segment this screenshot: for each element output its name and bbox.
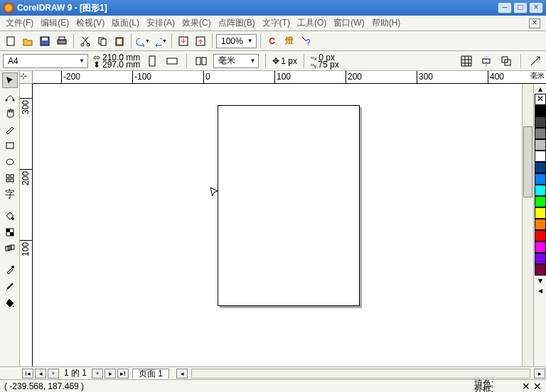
snap-guides-button[interactable] <box>478 53 494 69</box>
color-swatch[interactable] <box>535 162 546 173</box>
menu-effects[interactable]: 效果(C) <box>182 17 211 29</box>
color-swatch[interactable] <box>535 185 546 196</box>
print-button[interactable] <box>54 33 70 49</box>
new-button[interactable] <box>3 33 18 49</box>
import-button[interactable] <box>176 33 191 49</box>
svg-point-42 <box>11 266 14 268</box>
page-tab[interactable]: 页面 1 <box>132 369 169 379</box>
svg-rect-33 <box>6 179 9 182</box>
paste-button[interactable] <box>112 33 127 49</box>
menu-view[interactable]: 检视(V) <box>76 17 105 29</box>
color-swatch[interactable] <box>535 207 546 219</box>
outline-tool[interactable] <box>2 278 18 294</box>
menu-file[interactable]: 文件(F) <box>6 17 33 29</box>
undo-button[interactable]: ▼ <box>135 33 151 49</box>
color-swatch[interactable] <box>535 151 546 162</box>
eyedropper-tool[interactable] <box>2 262 18 278</box>
corel-community-button[interactable]: C <box>264 33 280 49</box>
next-page-button[interactable]: ▸ <box>105 369 116 379</box>
menu-bitmap[interactable]: 点阵图(B) <box>218 17 255 29</box>
color-swatch[interactable] <box>535 253 546 264</box>
save-button[interactable] <box>37 33 53 49</box>
menu-arrange[interactable]: 安排(A) <box>146 17 175 29</box>
facing-pages-button[interactable] <box>193 53 209 69</box>
fill-tool[interactable] <box>2 295 18 310</box>
snap-grid-button[interactable] <box>459 53 474 69</box>
interactive-fill-tool[interactable] <box>2 208 18 224</box>
color-swatch[interactable] <box>535 128 546 139</box>
copy-button[interactable] <box>95 33 110 49</box>
snap-objects-button[interactable] <box>498 53 514 69</box>
palette-flyout-button[interactable]: ◂ <box>538 285 542 295</box>
scripts-button[interactable]: 燈 <box>282 33 297 49</box>
no-color-swatch[interactable] <box>535 94 546 105</box>
palette-up-button[interactable]: ▴ <box>538 84 542 94</box>
add-page-after-button[interactable]: + <box>92 369 103 379</box>
color-swatch[interactable] <box>535 264 546 276</box>
color-swatch[interactable] <box>535 173 546 185</box>
redo-button[interactable]: ▼ <box>152 33 168 49</box>
portrait-button[interactable] <box>144 53 160 69</box>
menubar: 文件(F) 编辑(E) 检视(V) 版面(L) 安排(A) 效果(C) 点阵图(… <box>0 16 546 31</box>
palette-down-button[interactable]: ▾ <box>538 276 542 285</box>
standard-toolbar: ▼ ▼ 100%▼ C 燈 ? <box>0 31 546 51</box>
doc-close-button[interactable]: × <box>529 18 540 28</box>
titlebar: CorelDRAW 9 - [图形1] – □ × <box>0 0 546 16</box>
svg-point-30 <box>6 159 14 165</box>
menu-text[interactable]: 文字(T) <box>262 17 290 29</box>
menu-layout[interactable]: 版面(L) <box>112 17 139 29</box>
horizontal-scrollbar[interactable] <box>191 369 530 379</box>
color-palette: ▴ ▾ ◂ <box>533 84 546 366</box>
color-swatch[interactable] <box>535 105 546 116</box>
color-swatch[interactable] <box>535 241 546 253</box>
help-button[interactable]: ? <box>299 33 314 49</box>
polygon-tool[interactable] <box>2 170 18 186</box>
rectangle-tool[interactable] <box>2 138 18 153</box>
options-button[interactable] <box>528 53 543 69</box>
open-button[interactable] <box>20 33 36 49</box>
ruler-units-label: 毫米 <box>525 71 546 81</box>
interactive-blend-tool[interactable] <box>2 241 18 256</box>
export-button[interactable] <box>193 33 208 49</box>
vertical-scrollbar[interactable] <box>522 84 533 366</box>
nudge-icon: ✥ <box>272 56 279 66</box>
cursor-coordinates: ( -239.568, 187.469 ) <box>4 381 146 391</box>
last-page-button[interactable]: ▸Ι <box>117 369 129 379</box>
text-tool[interactable]: 字 <box>2 187 18 202</box>
nudge-offset[interactable]: ✥ 1 px <box>272 56 297 66</box>
landscape-button[interactable] <box>164 53 180 69</box>
zoom-combo[interactable]: 100%▼ <box>216 34 257 48</box>
freehand-tool[interactable] <box>2 121 18 137</box>
hscroll-left-button[interactable]: ◂ <box>176 369 188 379</box>
drawing-canvas[interactable] <box>33 84 522 366</box>
ellipse-tool[interactable] <box>2 154 18 170</box>
color-swatch[interactable] <box>535 139 546 151</box>
menu-window[interactable]: 窗口(W) <box>333 17 364 29</box>
color-swatch[interactable] <box>535 196 546 207</box>
vertical-ruler[interactable]: 300 200 100 <box>20 84 33 366</box>
horizontal-ruler[interactable]: -200 -100 0 100 200 300 400 毫米 <box>33 71 546 84</box>
maximize-button[interactable]: □ <box>513 2 528 13</box>
units-combo[interactable]: 毫米▼ <box>213 54 259 68</box>
color-swatch[interactable] <box>535 230 546 241</box>
add-page-before-button[interactable]: + <box>48 369 59 379</box>
pan-tool[interactable] <box>2 105 18 121</box>
hscroll-right-button[interactable]: ▸ <box>534 369 545 379</box>
paper-size-combo[interactable]: A4▼ <box>3 54 88 68</box>
first-page-button[interactable]: Ι◂ <box>22 369 33 379</box>
close-button[interactable]: × <box>529 2 543 13</box>
cut-button[interactable] <box>77 33 93 49</box>
menu-tools[interactable]: 工具(O) <box>297 17 326 29</box>
color-swatch[interactable] <box>535 219 546 230</box>
pick-tool[interactable] <box>2 72 18 88</box>
toolbox: 字 <box>0 71 20 366</box>
svg-rect-31 <box>6 175 9 178</box>
color-swatch[interactable] <box>535 116 546 128</box>
interactive-transparency-tool[interactable] <box>2 224 18 240</box>
minimize-button[interactable]: – <box>498 2 512 13</box>
shape-tool[interactable] <box>2 89 18 104</box>
menu-help[interactable]: 帮助(H) <box>372 17 401 29</box>
menu-edit[interactable]: 编辑(E) <box>41 17 69 29</box>
prev-page-button[interactable]: ◂ <box>35 369 46 379</box>
ruler-origin[interactable]: ⊹ <box>20 71 33 84</box>
